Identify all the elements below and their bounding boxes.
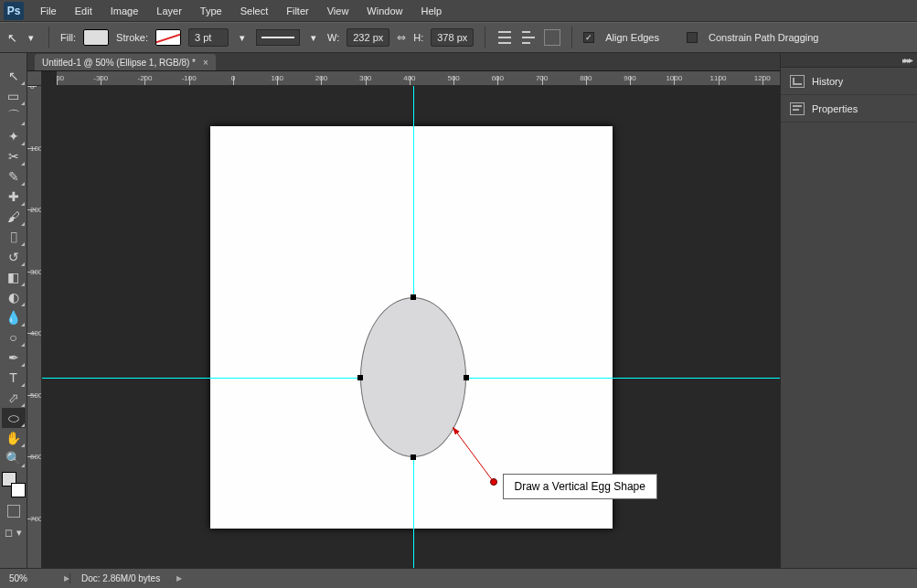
align-edges-label: Align Edges — [605, 32, 659, 43]
doc-info-dropdown-icon[interactable]: ▶ — [176, 574, 182, 583]
status-bar: 50% ▶ Doc: 2.86M/0 bytes ▶ — [0, 568, 917, 588]
stroke-style-dropdown[interactable]: ▾ — [307, 32, 320, 44]
zoom-field[interactable]: 50% — [0, 573, 59, 583]
history-brush-tool[interactable]: ↺ — [2, 247, 26, 267]
menu-help[interactable]: Help — [411, 2, 451, 20]
fill-label: Fill: — [60, 32, 76, 43]
properties-panel-tab[interactable]: Properties — [781, 95, 917, 123]
lasso-tool[interactable]: ⌒ — [2, 106, 26, 126]
history-panel-label: History — [812, 76, 843, 87]
hand-tool[interactable]: ✋ — [2, 428, 26, 448]
close-tab-icon[interactable]: × — [203, 58, 208, 68]
menu-filter[interactable]: Filter — [277, 2, 317, 20]
options-bar: ↖ ▾ Fill: Stroke: 3 pt ▾ ▾ W: 232 px ⇔ H… — [0, 22, 917, 53]
marquee-tool[interactable]: ▭ — [2, 86, 26, 106]
path-alignment-icon[interactable] — [520, 29, 537, 46]
dodge-tool[interactable]: ○ — [2, 327, 26, 347]
screen-mode-toggle[interactable]: ◻ ▾ — [5, 527, 21, 539]
menu-select[interactable]: Select — [231, 2, 278, 20]
path-select-tool[interactable]: ⬀ — [2, 388, 26, 408]
menu-image[interactable]: Image — [101, 2, 148, 20]
stroke-width-field[interactable]: 3 pt — [188, 28, 229, 47]
brush-tool[interactable]: 🖌 — [2, 207, 26, 227]
menu-view[interactable]: View — [318, 2, 358, 20]
canvas-viewport[interactable]: Draw a Vertical Egg Shape — [42, 86, 780, 568]
gradient-tool[interactable]: ◐ — [2, 287, 26, 307]
fill-swatch[interactable] — [83, 29, 109, 46]
ruler-horizontal[interactable]: -400-300-200-100010020030040050060070080… — [57, 71, 780, 86]
ruler-vertical[interactable]: 0100200300400500600700800 — [27, 86, 42, 568]
menu-bar: Ps FileEditImageLayerTypeSelectFilterVie… — [0, 0, 917, 22]
stroke-swatch[interactable] — [155, 29, 181, 46]
document-tab[interactable]: Untitled-1 @ 50% (Ellipse 1, RGB/8) * × — [35, 54, 216, 70]
right-panel-dock: ▸▸ History Properties — [780, 53, 917, 568]
app-logo: Ps — [4, 2, 24, 20]
history-icon — [790, 75, 805, 88]
menu-layer[interactable]: Layer — [147, 2, 191, 20]
properties-icon — [790, 102, 805, 115]
blur-tool[interactable]: 💧 — [2, 307, 26, 327]
annotation-label: Draw a Vertical Egg Shape — [503, 474, 657, 499]
stroke-label: Stroke: — [116, 32, 148, 43]
tool-preset-dropdown[interactable]: ▾ — [25, 32, 37, 44]
tools-collapse-icon[interactable]: ▸▸ — [901, 53, 917, 67]
properties-panel-label: Properties — [812, 103, 858, 114]
type-tool[interactable]: T — [2, 368, 26, 388]
svg-line-0 — [453, 428, 494, 482]
healing-tool[interactable]: ✚ — [2, 187, 26, 207]
menu-window[interactable]: Window — [357, 2, 411, 20]
quick-select-tool[interactable]: ✦ — [2, 126, 26, 146]
doc-info[interactable]: Doc: 2.86M/0 bytes — [69, 573, 171, 583]
path-arrangement-icon[interactable] — [544, 29, 560, 46]
width-field[interactable]: 232 px — [347, 28, 389, 47]
document-tab-title: Untitled-1 @ 50% (Ellipse 1, RGB/8) * — [42, 58, 196, 68]
stroke-style-preview[interactable] — [256, 29, 300, 46]
eraser-tool[interactable]: ◧ — [2, 267, 26, 287]
menu-file[interactable]: File — [31, 2, 66, 20]
stroke-width-dropdown[interactable]: ▾ — [236, 32, 249, 44]
constrain-checkbox[interactable] — [687, 32, 698, 43]
menu-edit[interactable]: Edit — [66, 2, 101, 20]
fg-bg-swatch[interactable] — [2, 472, 26, 497]
crop-tool[interactable]: ✂ — [2, 146, 26, 166]
menu-type[interactable]: Type — [191, 2, 231, 20]
quick-mask-toggle[interactable] — [2, 505, 26, 521]
stamp-tool[interactable]: ⌷ — [2, 227, 26, 247]
shape-tool[interactable]: ⬭ — [2, 408, 26, 428]
align-edges-checkbox[interactable] — [583, 32, 594, 43]
link-wh-icon[interactable]: ⇔ — [397, 31, 406, 44]
constrain-label: Constrain Path Dragging — [709, 32, 818, 43]
tools-panel: ▸▸ ↖▭⌒✦✂✎✚🖌⌷↺◧◐💧○✒T⬀⬭✋🔍 ◻ ▾ — [0, 53, 27, 568]
move-tool[interactable]: ↖ — [2, 66, 26, 86]
eyedropper-tool[interactable]: ✎ — [2, 166, 26, 187]
pen-tool[interactable]: ✒ — [2, 347, 26, 368]
annotation-arrow — [42, 86, 780, 568]
height-label: H: — [413, 32, 423, 43]
path-operations-icon[interactable] — [496, 29, 513, 46]
panel-collapse-icon[interactable]: ▸▸ — [781, 53, 917, 68]
zoom-tool[interactable]: 🔍 — [2, 448, 26, 468]
path-select-arrow-icon[interactable]: ↖ — [7, 31, 17, 45]
history-panel-tab[interactable]: History — [781, 68, 917, 95]
height-field[interactable]: 378 px — [431, 28, 474, 47]
width-label: W: — [327, 32, 339, 43]
